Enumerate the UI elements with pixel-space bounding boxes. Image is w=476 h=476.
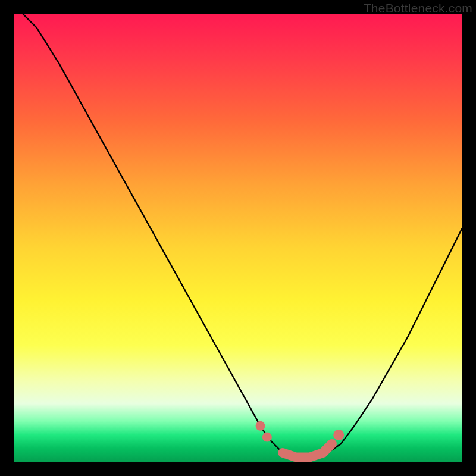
highlight-dot (256, 421, 265, 431)
bottleneck-chart-svg (14, 14, 462, 462)
chart-plot-area (14, 14, 462, 462)
minimum-highlight-line (283, 444, 332, 458)
highlight-dot (262, 433, 272, 442)
bottleneck-curve (23, 14, 462, 458)
highlight-dot (333, 430, 344, 440)
minimum-highlight-dots (256, 421, 345, 442)
watermark-text: TheBottleneck.com (364, 1, 472, 15)
